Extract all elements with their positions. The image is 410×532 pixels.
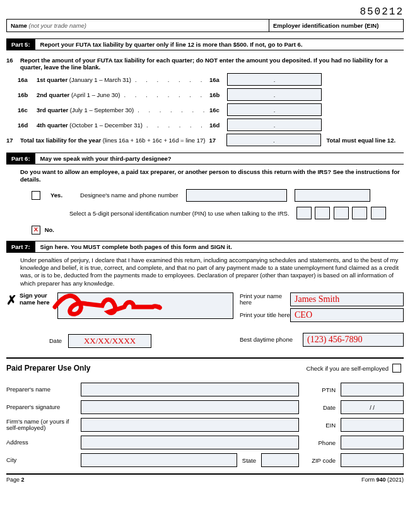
dots: . . . . . . . . . . — [134, 107, 209, 113]
line16-num: 16 — [6, 57, 20, 64]
dots: . . . . . . . . . . — [120, 91, 209, 98]
signature-scribble — [52, 288, 178, 320]
line-16a-box[interactable]: . — [227, 73, 322, 86]
name-cell[interactable]: Name (not your trade name) — [7, 20, 269, 32]
phone-label: Best daytime phone — [240, 337, 303, 343]
prep-sig-label: Preparer's signature — [6, 404, 76, 410]
dots: . . . . . . . . . . — [131, 76, 209, 83]
pin-box-3[interactable] — [334, 207, 349, 219]
sign-x-icon: ✗ — [6, 292, 17, 308]
part6-title: May we speak with your third-party desig… — [35, 153, 404, 164]
pin-box-1[interactable] — [296, 207, 312, 219]
line17-num: 17 — [6, 137, 20, 144]
line-16c-box[interactable]: . — [227, 103, 322, 116]
pin-text: Select a 5-digit personal identification… — [69, 210, 290, 217]
page-num: Page 2 — [6, 477, 25, 483]
print-name-label: Print your name here — [240, 293, 290, 306]
print-title-label: Print your title here — [240, 312, 290, 318]
line17-label: Total tax liability for the year (lines … — [20, 137, 205, 144]
line-16b-box[interactable]: . — [227, 88, 322, 101]
address-input[interactable] — [81, 436, 299, 449]
line-16d-num: 16d — [6, 122, 37, 129]
line-16d-box[interactable]: . — [227, 119, 322, 131]
line16-text: Report the amount of your FUTA tax liabi… — [20, 57, 404, 71]
ein-input[interactable] — [341, 418, 404, 432]
line-16b-code: 16b — [209, 91, 227, 98]
part6-tag: Part 6: — [6, 153, 35, 164]
prep-name-label: Preparer's name — [6, 386, 76, 393]
part6-instr: Do you want to allow an employee, a paid… — [6, 168, 404, 184]
line17-tail: Total must equal line 12. — [326, 137, 395, 144]
line-16c-code: 16c — [209, 107, 227, 113]
ein-cell[interactable]: Employer identification number (EIN) — [269, 20, 404, 32]
pin-box-5[interactable] — [371, 207, 386, 219]
sign-label: Sign your name here — [20, 292, 57, 306]
prep-name-input[interactable] — [81, 383, 299, 396]
self-employed-checkbox[interactable] — [392, 364, 401, 373]
footer: Page 2 Form 940 (2021) — [6, 473, 404, 483]
line-16c-num: 16c — [6, 107, 37, 113]
pin-box-4[interactable] — [352, 207, 367, 219]
phone-input[interactable]: (123) 456-7890 — [303, 333, 404, 347]
line17-box[interactable]: . — [226, 134, 321, 146]
line-16d-code: 16d — [209, 122, 227, 129]
form-code: 850212 — [6, 6, 404, 18]
zip-input[interactable] — [341, 453, 404, 467]
preparer-header: Paid Preparer Use Only — [6, 364, 307, 373]
prep-date-input[interactable]: / / — [341, 400, 404, 414]
print-name-input[interactable]: James Smith — [290, 292, 404, 306]
part5-tag: Part 5: — [6, 39, 35, 50]
form-id: Form 940 (2021) — [361, 477, 404, 483]
name-label: Name — [11, 22, 27, 29]
yes-checkbox[interactable] — [32, 191, 40, 200]
line17-code: 17 — [209, 137, 226, 144]
line-16c-label: 3rd quarter (July 1 – September 30) — [37, 107, 134, 113]
name-hint: (not your trade name) — [29, 22, 86, 29]
designee-phone-input[interactable] — [295, 189, 370, 202]
no-label: No. — [45, 226, 54, 233]
designee-label: Designee's name and phone number — [80, 192, 179, 199]
line-16a-label: 1st quarter (January 1 – March 31) — [37, 76, 131, 83]
line-16a-num: 16a — [6, 76, 37, 83]
dots: . . . . . . . . . . — [143, 122, 209, 129]
address-label: Address — [6, 439, 76, 446]
prep-sig-input[interactable] — [81, 400, 299, 414]
prep-date-label: Date — [304, 404, 336, 411]
no-checkbox[interactable]: X — [32, 226, 40, 234]
ptin-input[interactable] — [341, 383, 404, 396]
self-employed-label: Check if you are self-employed — [307, 365, 389, 372]
print-title-input[interactable]: CEO — [290, 308, 404, 322]
part6-bar: Part 6: May we speak with your third-par… — [6, 153, 404, 165]
ptin-label: PTIN — [304, 386, 336, 393]
header-row: Name (not your trade name) Employer iden… — [6, 19, 404, 32]
part7-tag: Part 7: — [6, 241, 35, 252]
prep-phone-label: Phone — [304, 439, 336, 446]
signature-box[interactable] — [57, 292, 233, 319]
city-input[interactable] — [81, 453, 237, 467]
firm-input[interactable] — [81, 418, 299, 432]
line-16b-label: 2nd quarter (April 1 – June 30) — [37, 91, 120, 98]
date-label: Date — [49, 337, 62, 344]
designee-name-input[interactable] — [186, 189, 287, 202]
date-input[interactable]: XX/XX/XXXX — [68, 334, 151, 348]
state-label: State — [242, 457, 256, 464]
state-input[interactable] — [261, 453, 299, 467]
perjury-text: Under penalties of perjury, I declare th… — [6, 257, 404, 287]
ein-label: EIN — [304, 422, 336, 429]
part5-title: Report your FUTA tax liability by quarte… — [35, 39, 404, 50]
part7-title: Sign here. You MUST complete both pages … — [35, 241, 404, 252]
part7-bar: Part 7: Sign here. You MUST complete bot… — [6, 241, 404, 253]
line-16d-label: 4th quarter (October 1 – December 31) — [37, 122, 143, 129]
city-label: City — [6, 457, 76, 463]
firm-label: Firm's name (or yours if self-employed) — [6, 419, 76, 432]
line-16a-code: 16a — [209, 76, 227, 83]
part5-bar: Part 5: Report your FUTA tax liability b… — [6, 38, 404, 50]
pin-box-2[interactable] — [315, 207, 330, 219]
zip-label: ZIP code — [304, 457, 336, 464]
preparer-block: Paid Preparer Use Only Check if you are … — [6, 357, 404, 467]
prep-phone-input[interactable] — [341, 436, 404, 449]
yes-label: Yes. — [50, 192, 62, 199]
line-16b-num: 16b — [6, 91, 37, 98]
